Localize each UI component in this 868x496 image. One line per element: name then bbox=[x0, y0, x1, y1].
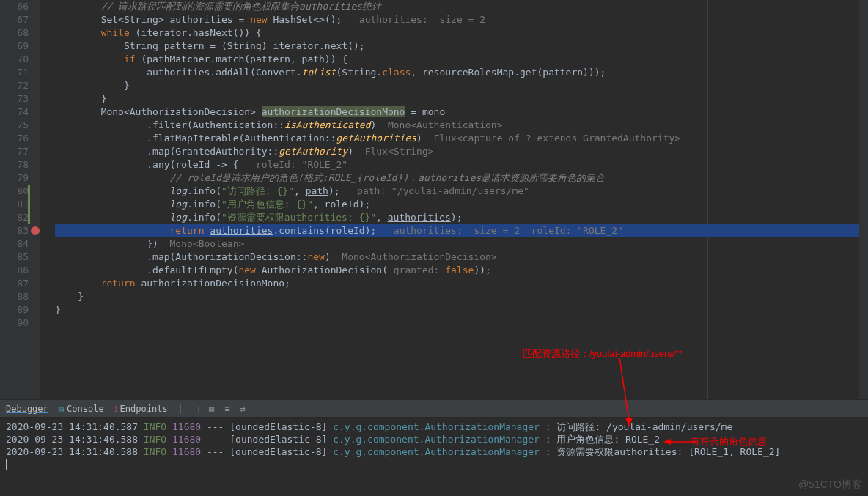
tool-icon[interactable]: ⬚ bbox=[194, 404, 199, 414]
code-line[interactable]: .defaultIfEmpty(new AuthorizationDecisio… bbox=[55, 264, 868, 277]
scrollbar-map[interactable] bbox=[859, 0, 868, 399]
arrow-icon bbox=[663, 438, 696, 445]
line-number: 76 bbox=[0, 132, 29, 145]
code-line[interactable]: .map(AuthorizationDecision::new) Mono<Au… bbox=[55, 251, 868, 264]
line-number: 77 bbox=[0, 145, 29, 158]
code-line[interactable] bbox=[55, 317, 868, 330]
code-line[interactable]: } bbox=[55, 290, 868, 303]
line-number: 79 bbox=[0, 171, 29, 185]
line-number: 74 bbox=[0, 106, 29, 119]
code-line[interactable]: Set<String> authorities = new HashSet<>(… bbox=[55, 13, 868, 26]
console-icon: ▤ bbox=[59, 404, 64, 414]
line-number: 66 bbox=[0, 0, 29, 13]
line-number: 72 bbox=[0, 79, 29, 92]
svg-line-0 bbox=[619, 358, 629, 421]
code-line[interactable]: } bbox=[55, 79, 868, 92]
threads-icon[interactable]: ⇄ bbox=[240, 404, 246, 414]
tab-endpoints[interactable]: ⟟Endpoints bbox=[114, 404, 168, 414]
line-number: 90 bbox=[0, 317, 29, 330]
line-number: 84 bbox=[0, 237, 29, 251]
line-number: 81 bbox=[0, 198, 29, 211]
endpoints-icon: ⟟ bbox=[114, 404, 117, 414]
code-line[interactable]: log.info("用户角色信息: {}", roleId); bbox=[55, 198, 868, 211]
tab-debugger[interactable]: Debugger bbox=[6, 404, 48, 414]
log-line: 2020-09-23 14:31:40.587 INFO 11680 --- [… bbox=[6, 421, 862, 433]
line-number: 75 bbox=[0, 119, 29, 132]
code-line[interactable]: authorities.addAll(Convert.toList(String… bbox=[55, 66, 868, 79]
code-line[interactable]: }) Mono<Boolean> bbox=[55, 237, 868, 251]
code-line[interactable]: if (pathMatcher.match(pattern, path)) { bbox=[55, 53, 868, 66]
debug-tabs: Debugger ▤Console ⟟Endpoints | ⬚ ▦ ≡ ⇄ bbox=[0, 399, 868, 418]
svg-marker-3 bbox=[663, 439, 671, 445]
annotation-role-info: 有符合的角色信息 bbox=[691, 435, 767, 448]
code-line[interactable]: } bbox=[55, 303, 868, 317]
svg-marker-1 bbox=[625, 418, 633, 426]
code-line[interactable]: log.info("访问路径: {}", path); path: "/youl… bbox=[55, 185, 868, 198]
line-number: 85 bbox=[0, 251, 29, 264]
console-cursor bbox=[6, 459, 7, 470]
line-number: 88 bbox=[0, 290, 29, 303]
line-number: 83 bbox=[0, 224, 29, 237]
divider: | bbox=[178, 404, 183, 414]
code-line[interactable]: } bbox=[55, 92, 868, 106]
line-number: 70 bbox=[0, 53, 29, 66]
code-line[interactable]: // 请求路径匹配到的资源需要的角色权限集合authorities统计 bbox=[55, 0, 868, 13]
list-icon[interactable]: ≡ bbox=[224, 404, 229, 414]
line-number: 80 bbox=[0, 185, 29, 198]
code-line[interactable]: log.info("资源需要权限authorities: {}", author… bbox=[55, 211, 868, 224]
code-line[interactable]: // roleId是请求用户的角色(格式:ROLE_{roleId})，auth… bbox=[55, 171, 868, 185]
code-area[interactable]: // 请求路径匹配到的资源需要的角色权限集合authorities统计 Set<… bbox=[40, 0, 868, 399]
code-line[interactable]: .any(roleId -> { roleId: "ROLE_2" bbox=[55, 158, 868, 171]
code-line[interactable]: return authorizationDecisionMono; bbox=[55, 277, 868, 290]
line-number: 71 bbox=[0, 66, 29, 79]
code-line[interactable]: Mono<AuthorizationDecision> authorizatio… bbox=[55, 106, 868, 119]
code-line[interactable]: while (iterator.hasNext()) { bbox=[55, 26, 868, 40]
tab-console[interactable]: ▤Console bbox=[59, 404, 104, 414]
calculator-icon[interactable]: ▦ bbox=[209, 404, 214, 414]
line-number: 87 bbox=[0, 277, 29, 290]
line-number: 67 bbox=[0, 13, 29, 26]
line-number: 78 bbox=[0, 158, 29, 171]
line-gutter: 66 67 68 69 70 71 72 73 74 75 76 77 78 7… bbox=[0, 0, 40, 399]
annotation-resource-path: 匹配资源路径：/youlai-admin/users/** bbox=[523, 347, 682, 360]
line-number: 89 bbox=[0, 303, 29, 317]
code-line[interactable]: .filter(Authentication::isAuthenticated)… bbox=[55, 119, 868, 132]
code-editor[interactable]: 66 67 68 69 70 71 72 73 74 75 76 77 78 7… bbox=[0, 0, 868, 399]
arrow-icon bbox=[608, 358, 638, 427]
margin-guide bbox=[707, 0, 708, 399]
code-line[interactable]: .flatMapIterable(Authentication::getAuth… bbox=[55, 132, 868, 145]
code-line[interactable]: .map(GrantedAuthority::getAuthority) Flu… bbox=[55, 145, 868, 158]
line-number: 68 bbox=[0, 26, 29, 40]
line-number: 73 bbox=[0, 92, 29, 106]
code-line[interactable]: String pattern = (String) iterator.next(… bbox=[55, 40, 868, 53]
code-line-execution[interactable]: return authorities.contains(roleId); aut… bbox=[55, 224, 868, 237]
line-number: 69 bbox=[0, 40, 29, 53]
breakpoint-icon[interactable] bbox=[31, 226, 40, 235]
watermark: @51CTO博客 bbox=[798, 478, 862, 492]
line-number: 82 bbox=[0, 211, 29, 224]
line-number: 86 bbox=[0, 264, 29, 277]
